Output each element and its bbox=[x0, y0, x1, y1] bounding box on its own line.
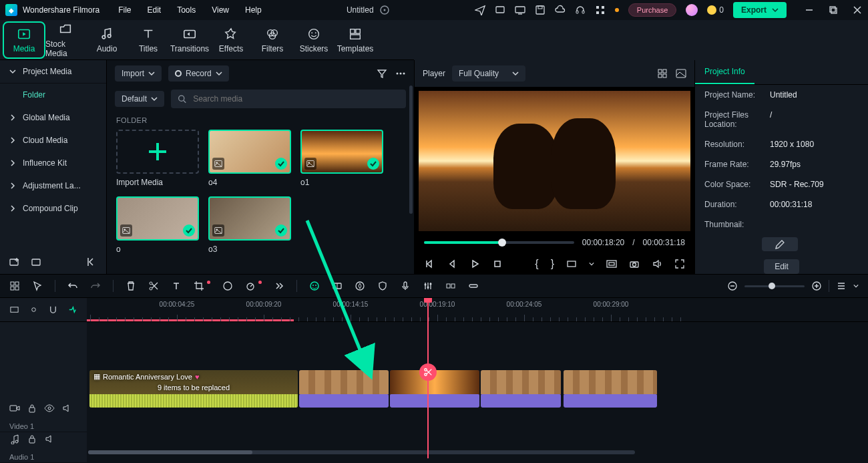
mixer-icon[interactable] bbox=[423, 281, 433, 291]
split-icon[interactable] bbox=[148, 281, 159, 291]
picture-icon[interactable] bbox=[676, 68, 686, 79]
mark-in-icon[interactable]: { bbox=[535, 258, 538, 270]
timeline-clip-image[interactable] bbox=[299, 370, 389, 408]
list-view-icon[interactable] bbox=[836, 281, 847, 291]
layout-icon[interactable] bbox=[9, 281, 20, 291]
minimize-icon[interactable] bbox=[804, 5, 815, 15]
text-icon[interactable] bbox=[171, 281, 182, 291]
filter-icon[interactable] bbox=[377, 68, 387, 79]
menu-tools[interactable]: Tools bbox=[177, 5, 196, 15]
coin-balance[interactable]: 0 bbox=[707, 5, 724, 15]
track-auto-icon[interactable] bbox=[67, 305, 77, 315]
timeline-h-scrollbar[interactable] bbox=[88, 450, 635, 454]
prev-frame-icon[interactable] bbox=[424, 259, 435, 269]
thumbnail-edit-button[interactable] bbox=[762, 237, 798, 251]
search-input[interactable] bbox=[192, 94, 399, 104]
ratio-chevron-icon[interactable] bbox=[589, 261, 594, 267]
volume-icon[interactable] bbox=[652, 259, 662, 269]
media-thumb-o4[interactable]: o4 bbox=[208, 130, 291, 187]
tab-filters[interactable]: Filters bbox=[252, 23, 292, 57]
export-button[interactable]: Export bbox=[733, 2, 787, 18]
menu-view[interactable]: View bbox=[212, 5, 229, 15]
media-thumb-o[interactable]: o bbox=[116, 196, 199, 254]
media-thumb-o3[interactable]: o3 bbox=[208, 196, 291, 254]
shield-icon[interactable] bbox=[377, 281, 388, 291]
headphones-icon[interactable] bbox=[575, 5, 586, 15]
tab-media[interactable]: Media bbox=[4, 23, 44, 57]
track-opt-icon[interactable] bbox=[9, 305, 19, 315]
timeline-clip-image[interactable] bbox=[564, 370, 657, 408]
sidebar-global-media[interactable]: Global Media bbox=[0, 106, 106, 129]
apps-icon[interactable] bbox=[595, 5, 606, 15]
audio-track-header[interactable]: Audio 1 bbox=[0, 432, 87, 463]
track-magnet-icon[interactable] bbox=[48, 305, 58, 315]
view-chevron-icon[interactable] bbox=[853, 283, 859, 289]
color-icon[interactable] bbox=[222, 281, 233, 291]
timeline-canvas[interactable]: 00:00:04:25 00:00:09:20 00:00:14:15 00:0… bbox=[87, 298, 868, 463]
mic-icon[interactable] bbox=[400, 281, 411, 291]
menu-help[interactable]: Help bbox=[245, 5, 262, 15]
tab-stock-media[interactable]: Stock Media bbox=[45, 23, 85, 57]
ratio-icon[interactable] bbox=[566, 259, 577, 269]
zoom-out-icon[interactable] bbox=[727, 281, 738, 291]
media-thumb-o1[interactable]: o1 bbox=[300, 130, 383, 187]
eye-icon[interactable] bbox=[44, 403, 55, 414]
crop-icon[interactable] bbox=[194, 281, 204, 291]
sidebar-compound-clip[interactable]: Compound Clip bbox=[0, 197, 106, 220]
snap-icon[interactable] bbox=[445, 281, 456, 291]
tab-titles[interactable]: Titles bbox=[128, 23, 168, 57]
mute-icon[interactable] bbox=[61, 403, 72, 414]
record-dropdown[interactable]: Record bbox=[168, 65, 229, 82]
fullscreen-icon[interactable] bbox=[674, 259, 685, 269]
new-bin-icon[interactable] bbox=[31, 257, 41, 267]
ai-icon[interactable] bbox=[309, 281, 320, 291]
sidebar-influence-kit[interactable]: Influence Kit bbox=[0, 152, 106, 174]
sidebar-project-media[interactable]: Project Media bbox=[0, 60, 106, 84]
stop-icon[interactable] bbox=[492, 259, 503, 269]
tab-stickers[interactable]: Stickers bbox=[294, 23, 334, 57]
close-icon[interactable] bbox=[852, 5, 863, 15]
new-folder-icon[interactable] bbox=[9, 257, 20, 267]
search-field[interactable] bbox=[171, 90, 406, 108]
timeline-clip-template[interactable]: ▦Romantic Anniversary Love♥ 9 items to b… bbox=[89, 370, 298, 408]
device-icon[interactable] bbox=[495, 5, 505, 15]
sidebar-cloud-media[interactable]: Cloud Media bbox=[0, 129, 106, 152]
collapse-sidebar-icon[interactable] bbox=[86, 257, 97, 267]
split-playhead-icon[interactable] bbox=[419, 363, 437, 381]
sidebar-folder[interactable]: Folder bbox=[0, 84, 106, 106]
zoom-slider[interactable] bbox=[744, 285, 805, 287]
import-dropdown[interactable]: Import bbox=[115, 65, 162, 82]
media-scrollbar[interactable] bbox=[409, 86, 413, 214]
timeline-clip-image[interactable] bbox=[481, 370, 561, 408]
grid-view-icon[interactable] bbox=[657, 68, 668, 79]
tab-effects[interactable]: Effects bbox=[211, 23, 251, 57]
quality-dropdown[interactable]: Full Quality bbox=[452, 65, 525, 82]
project-info-tab[interactable]: Project Info bbox=[695, 60, 754, 84]
safe-zone-icon[interactable] bbox=[606, 259, 617, 269]
send-icon[interactable] bbox=[475, 5, 485, 15]
cloud-icon[interactable] bbox=[555, 5, 566, 15]
avatar-icon[interactable] bbox=[686, 4, 698, 16]
mark-out-icon[interactable]: } bbox=[551, 258, 554, 270]
sort-dropdown[interactable]: Default bbox=[115, 91, 164, 107]
player-seekbar[interactable] bbox=[424, 241, 574, 244]
mute-icon[interactable] bbox=[44, 434, 55, 444]
tab-templates[interactable]: Templates bbox=[335, 23, 375, 57]
delete-icon[interactable] bbox=[126, 281, 136, 291]
link-icon[interactable] bbox=[468, 281, 479, 291]
snapshot-icon[interactable] bbox=[629, 259, 640, 269]
sidebar-adjustment-layer[interactable]: Adjustment La... bbox=[0, 174, 106, 197]
step-back-icon[interactable] bbox=[447, 259, 457, 269]
maximize-icon[interactable] bbox=[828, 5, 839, 15]
tab-audio[interactable]: Audio bbox=[87, 23, 127, 57]
time-ruler[interactable]: 00:00:04:25 00:00:09:20 00:00:14:15 00:0… bbox=[87, 298, 868, 322]
lock-icon[interactable] bbox=[27, 403, 37, 414]
overflow-icon[interactable] bbox=[274, 281, 284, 291]
playhead[interactable] bbox=[427, 298, 429, 458]
speed-icon[interactable] bbox=[245, 281, 256, 291]
play-icon[interactable] bbox=[469, 259, 480, 269]
more-icon[interactable] bbox=[395, 68, 406, 79]
menu-edit[interactable]: Edit bbox=[148, 5, 162, 15]
lock-icon[interactable] bbox=[27, 434, 37, 444]
tab-transitions[interactable]: Transitions bbox=[170, 23, 210, 57]
